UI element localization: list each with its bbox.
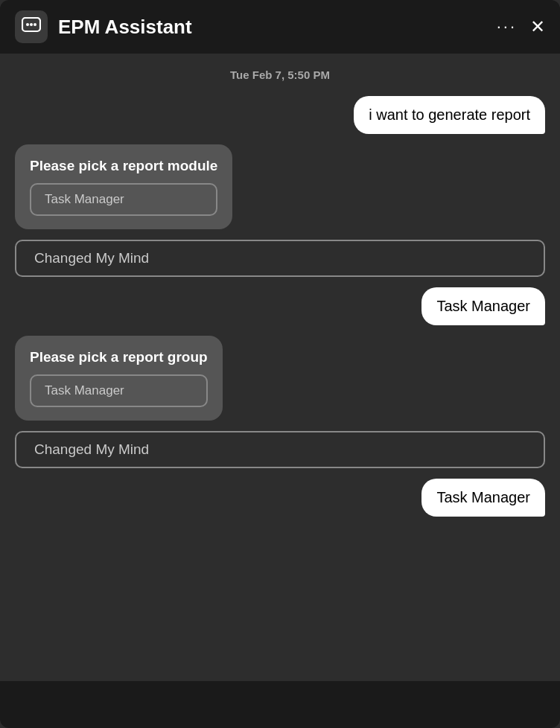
user-message-1: i want to generate report <box>15 96 545 134</box>
user-bubble-3: Task Manager <box>421 479 545 517</box>
bot-message-group-2: Please pick a report group Task Manager <box>15 336 545 421</box>
bot-bubble-2: Please pick a report group Task Manager <box>15 336 223 421</box>
user-bubble-1: i want to generate report <box>354 96 545 134</box>
changed-my-mind-button-1[interactable]: Changed My Mind <box>15 240 545 277</box>
user-bubble-2: Task Manager <box>421 287 545 325</box>
svg-point-1 <box>26 23 29 26</box>
title-bar-actions: ··· ✕ <box>497 16 545 37</box>
bot-message-group-1: Please pick a report module Task Manager <box>15 144 545 229</box>
task-manager-option-2[interactable]: Task Manager <box>30 374 208 407</box>
bot-bubble-text-1: Please pick a report module <box>30 158 217 174</box>
bot-bubble-1: Please pick a report module Task Manager <box>15 144 232 229</box>
svg-point-2 <box>30 23 33 26</box>
chat-icon <box>15 10 48 43</box>
bot-bubble-text-2: Please pick a report group <box>30 349 208 365</box>
app-window: EPM Assistant ··· ✕ Tue Feb 7, 5:50 PM i… <box>0 0 560 728</box>
close-button[interactable]: ✕ <box>530 16 545 37</box>
changed-my-mind-button-2[interactable]: Changed My Mind <box>15 431 545 468</box>
chat-timestamp: Tue Feb 7, 5:50 PM <box>15 68 545 81</box>
input-bar <box>0 683 560 728</box>
more-options-button[interactable]: ··· <box>497 17 517 36</box>
user-message-2: Task Manager <box>15 287 545 325</box>
task-manager-option-1[interactable]: Task Manager <box>30 183 217 216</box>
title-bar: EPM Assistant ··· ✕ <box>0 0 560 54</box>
app-title: EPM Assistant <box>58 16 497 39</box>
svg-point-3 <box>34 23 36 26</box>
chat-area: Tue Feb 7, 5:50 PM i want to generate re… <box>0 54 560 681</box>
user-message-3: Task Manager <box>15 479 545 517</box>
